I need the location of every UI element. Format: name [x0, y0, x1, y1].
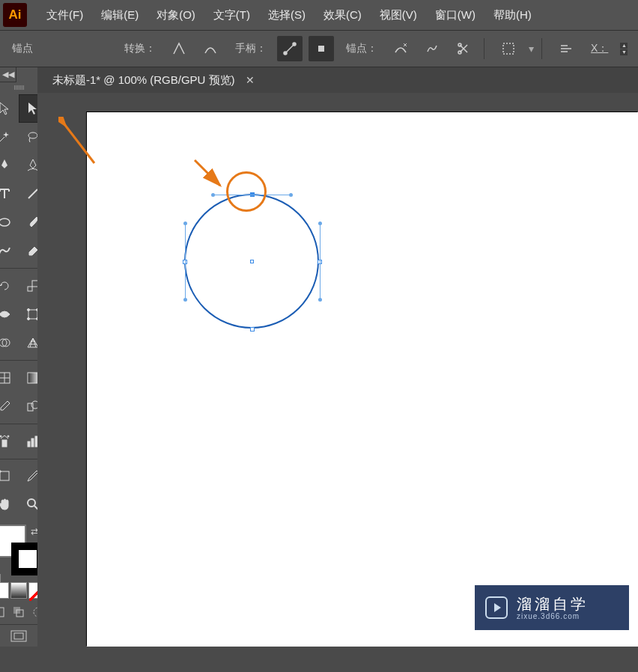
- svg-point-0: [284, 52, 287, 55]
- x-stepper-up[interactable]: ▲: [620, 43, 628, 49]
- hand-tool[interactable]: [0, 490, 19, 519]
- type-tool[interactable]: [0, 180, 19, 208]
- menubar: Ai 文件(F) 编辑(E) 对象(O) 文字(T) 选择(S) 效果(C) 视…: [0, 0, 638, 30]
- handle-line-right: [320, 223, 320, 298]
- menu-window[interactable]: 窗口(W): [428, 4, 483, 27]
- handle-point-l2[interactable]: [183, 298, 187, 302]
- width-tool[interactable]: [0, 300, 19, 329]
- menu-file[interactable]: 文件(F): [39, 4, 91, 27]
- hide-handles-button[interactable]: [309, 36, 334, 61]
- svg-point-37: [28, 499, 35, 507]
- selection-tool[interactable]: [0, 94, 19, 123]
- default-fill-stroke-icon[interactable]: [0, 574, 1, 583]
- convert-corner-button[interactable]: [166, 36, 192, 61]
- svg-point-29: [0, 436, 1, 437]
- screen-mode-button[interactable]: [4, 628, 33, 647]
- magic-wand-tool[interactable]: [0, 123, 19, 151]
- pen-tool[interactable]: [0, 151, 19, 180]
- gradient-fill-button[interactable]: [10, 582, 27, 599]
- handles-label: 手柄：: [231, 42, 271, 55]
- svg-line-9: [0, 137, 4, 141]
- handle-point-right[interactable]: [289, 193, 293, 197]
- handle-point-r2[interactable]: [318, 298, 322, 302]
- menu-select[interactable]: 选择(S): [261, 4, 313, 27]
- eyedropper-tool[interactable]: [0, 392, 19, 421]
- svg-point-1: [293, 43, 296, 46]
- svg-point-10: [28, 132, 37, 138]
- tool-panel-grip-icon[interactable]: [7, 85, 30, 90]
- x-label: X：: [586, 42, 613, 55]
- svg-rect-34: [0, 471, 9, 480]
- svg-rect-44: [14, 633, 23, 639]
- document-tab-title: 未标题-1* @ 100% (RGB/GPU 预览): [52, 73, 235, 88]
- menu-view[interactable]: 视图(V): [372, 4, 425, 27]
- connect-anchor-button[interactable]: [419, 36, 445, 61]
- isolate-button[interactable]: [496, 36, 521, 61]
- ellipse-tool[interactable]: [0, 208, 19, 236]
- app-logo: Ai: [3, 3, 27, 27]
- svg-rect-39: [0, 608, 4, 617]
- svg-rect-28: [2, 440, 7, 447]
- handle-point-r1[interactable]: [318, 222, 322, 225]
- svg-rect-15: [28, 310, 37, 319]
- rotate-tool[interactable]: [0, 272, 19, 300]
- align-button[interactable]: [553, 36, 579, 61]
- center-point-icon: [250, 260, 254, 263]
- mesh-tool[interactable]: [0, 364, 19, 392]
- svg-rect-31: [28, 442, 30, 447]
- anchor-point-label: 锚点: [7, 42, 37, 55]
- show-handles-button[interactable]: [277, 36, 303, 61]
- close-tab-icon[interactable]: ✕: [243, 74, 258, 86]
- color-fill-button[interactable]: [0, 582, 9, 599]
- handle-line: [213, 195, 291, 195]
- svg-rect-14: [28, 287, 32, 291]
- tool-panel: ⇄: [0, 67, 37, 647]
- watermark-badge: 溜溜自学 zixue.3d66.com: [475, 585, 629, 630]
- draw-normal-button[interactable]: [0, 603, 8, 621]
- panel-collapse-icon[interactable]: ◀◀: [0, 67, 16, 82]
- convert-label: 转换：: [120, 42, 160, 55]
- anchors-label: 锚点：: [341, 42, 382, 55]
- shape-builder-tool[interactable]: [0, 329, 19, 357]
- menu-object[interactable]: 对象(O): [149, 4, 203, 27]
- artboard[interactable]: 溜溜自学 zixue.3d66.com: [87, 112, 638, 647]
- document-tab[interactable]: 未标题-1* @ 100% (RGB/GPU 预览) ✕: [46, 70, 264, 91]
- document-area: 未标题-1* @ 100% (RGB/GPU 预览) ✕: [37, 67, 638, 647]
- svg-point-16: [28, 308, 30, 311]
- convert-group: 转换：: [120, 36, 223, 61]
- main-area: ◀◀: [0, 67, 638, 647]
- menu-help[interactable]: 帮助(H): [486, 4, 539, 27]
- svg-rect-43: [11, 631, 26, 641]
- menu-type[interactable]: 文字(T): [206, 4, 258, 27]
- convert-smooth-button[interactable]: [198, 36, 223, 61]
- watermark-title: 溜溜自学: [517, 596, 589, 612]
- remove-anchor-button[interactable]: [388, 36, 413, 61]
- play-icon: [485, 596, 508, 619]
- svg-line-11: [28, 189, 37, 198]
- anchor-bottom[interactable]: [250, 327, 255, 332]
- handle-point-l1[interactable]: [183, 222, 187, 225]
- svg-rect-32: [31, 439, 34, 447]
- menu-effect[interactable]: 效果(C): [316, 4, 369, 27]
- svg-point-18: [28, 317, 30, 320]
- draw-behind-button[interactable]: [10, 603, 28, 621]
- menu-edit[interactable]: 编辑(E): [94, 4, 146, 27]
- shaper-tool[interactable]: [0, 236, 19, 265]
- anchors-group: 锚点：: [341, 36, 476, 61]
- svg-rect-25: [28, 373, 38, 383]
- symbol-sprayer-tool[interactable]: [0, 427, 19, 456]
- handle-line-left: [185, 223, 186, 298]
- control-bar: 锚点 转换： 手柄： 锚点： ▾ X： ▲ ▼: [0, 30, 638, 67]
- menu: 文件(F) 编辑(E) 对象(O) 文字(T) 选择(S) 效果(C) 视图(V…: [39, 4, 539, 27]
- artboard-tool[interactable]: [0, 462, 19, 490]
- svg-point-30: [7, 436, 9, 437]
- handles-group: 手柄：: [231, 36, 334, 61]
- cut-path-button[interactable]: [451, 36, 476, 61]
- watermark-url: zixue.3d66.com: [517, 612, 589, 620]
- svg-point-12: [0, 219, 10, 226]
- svg-rect-5: [503, 43, 514, 54]
- x-stepper-down[interactable]: ▼: [620, 49, 628, 55]
- svg-rect-2: [318, 46, 324, 52]
- document-tab-bar: 未标题-1* @ 100% (RGB/GPU 预览) ✕: [37, 67, 638, 93]
- handle-point-left[interactable]: [211, 193, 215, 197]
